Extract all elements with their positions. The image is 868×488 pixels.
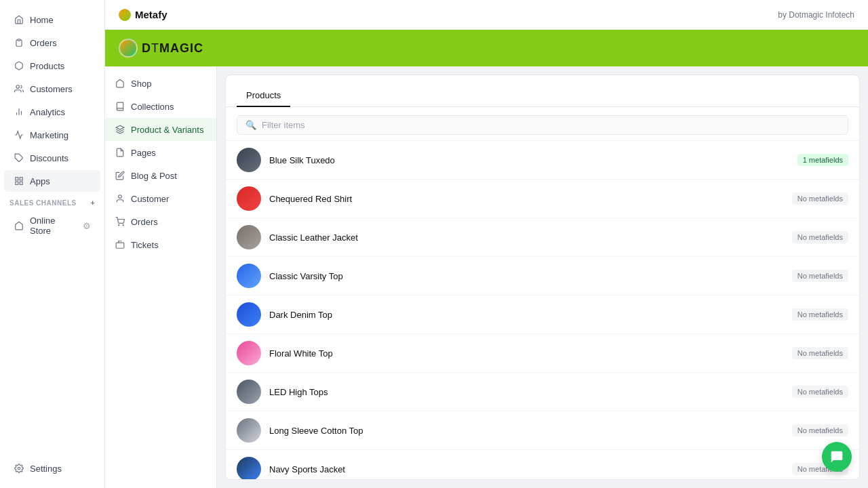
orders-icon (14, 37, 24, 48)
apps-icon (14, 176, 24, 186)
svg-point-14 (123, 225, 123, 226)
sidebar-item-online-store[interactable]: Online Store ⚙ (4, 210, 100, 241)
top-bar: Metafy by Dotmagic Infotech (105, 0, 868, 30)
app-sidebar-orders[interactable]: Orders (105, 210, 216, 233)
sidebar-item-analytics-label: Analytics (30, 107, 65, 117)
product-name: Floral White Top (269, 348, 333, 359)
product-item[interactable]: Blue Silk Tuxedo 1 metafields (226, 141, 859, 180)
sidebar-item-orders-label: Orders (30, 38, 57, 48)
app-sidebar-tickets[interactable]: Tickets (105, 233, 216, 256)
app-sidebar-customer[interactable]: Customer (105, 187, 216, 210)
app-sidebar-customer-label: Customer (131, 194, 169, 204)
app-sidebar-pages-label: Pages (131, 148, 156, 158)
product-item[interactable]: Navy Sports Jacket No metafields (226, 450, 859, 479)
product-variants-icon (115, 124, 125, 135)
sidebar-item-discounts[interactable]: Discounts (4, 147, 100, 169)
product-name: Classic Varsity Top (269, 271, 343, 281)
product-left: Navy Sports Jacket (237, 457, 345, 479)
search-input-wrapper: 🔍 (237, 115, 848, 135)
content-area: Shop Collections Product & Variants Page… (105, 66, 868, 488)
tab-products[interactable]: Products (237, 85, 290, 107)
shop-icon (115, 78, 125, 89)
dtmagic-logo-text: DTMAGIC (142, 41, 203, 56)
search-input[interactable] (262, 120, 840, 130)
metafield-badge: No metafields (792, 270, 848, 282)
topbar-right: by Dotmagic Infotech (778, 10, 854, 20)
product-item[interactable]: Chequered Red Shirt No metafields (226, 180, 859, 218)
sidebar-item-settings[interactable]: Settings (4, 458, 100, 479)
product-avatar (237, 380, 261, 404)
svg-point-12 (119, 195, 122, 199)
svg-rect-7 (20, 178, 22, 180)
app-sidebar-blog-post[interactable]: Blog & Post (105, 164, 216, 187)
sidebar-item-orders[interactable]: Orders (4, 32, 100, 54)
search-bar: 🔍 (226, 107, 859, 141)
sidebar-item-customers[interactable]: Customers (4, 78, 100, 100)
svg-rect-0 (18, 39, 20, 41)
metafield-badge: No metafields (792, 308, 848, 321)
product-left: Classic Leather Jacket (237, 225, 358, 249)
product-item[interactable]: Classic Leather Jacket No metafields (226, 218, 859, 257)
products-panel: Products 🔍 Blue Silk Tuxedo 1 metafields (225, 75, 860, 480)
customer-icon (115, 193, 125, 204)
app-sidebar-shop[interactable]: Shop (105, 72, 216, 95)
svg-rect-8 (16, 182, 18, 184)
product-avatar (237, 418, 261, 443)
product-left: Chequered Red Shirt (237, 186, 352, 211)
product-item[interactable]: Long Sleeve Cotton Top No metafields (226, 411, 859, 450)
metafield-badge: No metafields (792, 231, 848, 243)
product-name: Long Sleeve Cotton Top (269, 426, 363, 436)
customers-icon (14, 83, 24, 94)
product-name: Chequered Red Shirt (269, 194, 352, 204)
sidebar-item-home-label: Home (30, 15, 54, 25)
collections-icon (115, 101, 125, 112)
main-sidebar: Home Orders Products Customers Analytics… (0, 0, 105, 488)
product-item[interactable]: Floral White Top No metafields (226, 334, 859, 373)
sidebar-item-apps[interactable]: Apps (4, 170, 100, 192)
product-avatar (237, 186, 261, 211)
online-store-label: Online Store (30, 216, 77, 236)
online-store-settings-icon[interactable]: ⚙ (83, 221, 91, 231)
svg-point-10 (18, 467, 20, 470)
sidebar-item-products-label: Products (30, 61, 64, 71)
svg-point-13 (119, 225, 119, 226)
metafield-badge: 1 metafields (797, 154, 848, 166)
marketing-icon (14, 129, 24, 140)
add-sales-channel-icon[interactable]: + (91, 199, 95, 207)
product-item[interactable]: Dark Denim Top No metafields (226, 296, 859, 334)
product-name: Classic Leather Jacket (269, 232, 358, 243)
svg-rect-9 (20, 182, 22, 184)
store-icon (14, 220, 24, 231)
app-sidebar-pages[interactable]: Pages (105, 141, 216, 164)
app-sidebar: Shop Collections Product & Variants Page… (105, 66, 217, 488)
product-left: LED High Tops (237, 380, 328, 404)
sales-channels-section: SALES CHANNELS + (0, 192, 104, 209)
product-item[interactable]: LED High Tops No metafields (226, 373, 859, 411)
product-list: Blue Silk Tuxedo 1 metafields Chequered … (226, 141, 859, 479)
search-icon: 🔍 (245, 120, 256, 130)
app-sidebar-tickets-label: Tickets (131, 240, 159, 250)
product-name: LED High Tops (269, 387, 328, 397)
chat-button[interactable] (822, 442, 852, 472)
analytics-icon (14, 106, 24, 117)
sidebar-bottom: Settings (0, 457, 104, 480)
app-sidebar-orders-label: Orders (131, 217, 158, 227)
metafy-logo-icon (119, 9, 131, 21)
blog-icon (115, 170, 125, 181)
app-sidebar-product-variants[interactable]: Product & Variants (105, 118, 216, 141)
sidebar-item-analytics[interactable]: Analytics (4, 101, 100, 123)
product-name: Dark Denim Top (269, 310, 332, 320)
sidebar-item-products[interactable]: Products (4, 55, 100, 77)
topbar-left: Metafy (119, 9, 167, 21)
sidebar-item-home[interactable]: Home (4, 9, 100, 30)
product-item[interactable]: Classic Varsity Top No metafields (226, 257, 859, 296)
app-sidebar-blog-label: Blog & Post (131, 171, 177, 181)
app-sidebar-collections[interactable]: Collections (105, 95, 216, 118)
products-tabs: Products (237, 85, 848, 106)
product-left: Blue Silk Tuxedo (237, 148, 335, 172)
product-avatar (237, 457, 261, 479)
sidebar-item-marketing[interactable]: Marketing (4, 124, 100, 146)
svg-rect-6 (16, 178, 18, 180)
settings-icon (14, 463, 24, 474)
dtmagic-logo-circle (119, 39, 138, 58)
